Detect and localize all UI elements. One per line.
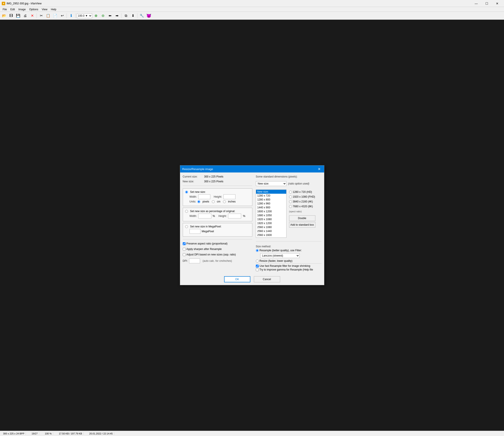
move-button[interactable]: ⬇	[130, 13, 136, 19]
listbox-item-1680x1050[interactable]: 1680 x 1050	[256, 213, 286, 217]
gamma-checkbox[interactable]	[256, 268, 259, 271]
height-input[interactable]: 225	[224, 194, 235, 199]
copy2-button[interactable]: ⧉	[123, 13, 129, 19]
ok-button[interactable]: OK	[224, 276, 250, 282]
set-megapixel-section: Set new size in MegaPixel: 4.00 MegaPixe…	[183, 223, 252, 236]
unit-inches-label: inches	[228, 200, 236, 203]
resample-radio[interactable]	[256, 249, 259, 252]
prev-image-button[interactable]: ⬅	[107, 13, 113, 19]
megapixel-input[interactable]: 4.00	[189, 229, 200, 234]
set-new-size-radio[interactable]	[185, 191, 188, 193]
minimize-button[interactable]: —	[471, 0, 481, 7]
delete-button[interactable]: ✕	[29, 13, 36, 19]
cancel-button[interactable]: Cancel	[254, 276, 280, 282]
zoom-out-button[interactable]: ⊖	[99, 13, 106, 19]
menu-help[interactable]: Help	[49, 8, 58, 11]
add-to-standard-button[interactable]: Add to standard box	[289, 222, 315, 228]
units-row: Units: pixels cm inches	[189, 200, 250, 203]
fhd-radio[interactable]	[289, 195, 292, 198]
listbox-item-1440x900[interactable]: 1440 x 900	[256, 206, 286, 209]
pct-width-label: Width:	[189, 215, 197, 218]
set-percentage-radio[interactable]	[185, 210, 188, 213]
fhd-label: 1920 x 1080 (FHD)	[293, 195, 315, 198]
resample-label: Resample (better quality), use Filter:	[260, 249, 302, 252]
menu-view[interactable]: View	[40, 8, 49, 11]
filmstrip-button[interactable]: 🎞	[8, 13, 14, 19]
height-label: Height:	[214, 195, 222, 198]
set-percentage-radio-row: Set new size as percentage of original:	[185, 210, 250, 213]
undo-button[interactable]: ↩	[59, 13, 65, 19]
new-size-label: New size:	[183, 180, 202, 183]
listbox-item-1600x1200[interactable]: 1600 x 1200	[256, 209, 286, 213]
aspect-ratio-note: (spect ratio)	[289, 210, 315, 213]
set-megapixel-radio[interactable]	[185, 225, 188, 228]
dpi-input[interactable]: 72	[189, 258, 200, 263]
4k-radio[interactable]	[289, 200, 292, 203]
menu-image[interactable]: Image	[17, 8, 27, 11]
menu-edit[interactable]: Edit	[9, 8, 17, 11]
width-height-row: Width: 300 Height: 225	[189, 194, 250, 199]
unit-pixels-radio[interactable]	[198, 200, 200, 203]
settings-button[interactable]: 🔧	[139, 13, 145, 19]
dpi-note: (auto calc. for cm/inches)	[203, 259, 232, 263]
hd-radio[interactable]	[289, 191, 292, 193]
open-button[interactable]: 📂	[1, 13, 8, 19]
pct-width-input[interactable]: 100.00	[198, 214, 211, 218]
listbox-item-newsize[interactable]: New size:	[256, 190, 286, 194]
menu-file[interactable]: File	[1, 8, 9, 11]
print-button[interactable]: 🖨	[22, 13, 28, 19]
paste-button[interactable]: 📄	[52, 13, 58, 19]
close-button[interactable]: ✕	[492, 0, 502, 7]
dialog-footer: OK Cancel	[180, 274, 324, 285]
dim-dropdown[interactable]: New size: 1280 x 720 1280 x 800 1280 x 9…	[256, 181, 287, 186]
8k-radio[interactable]	[289, 205, 292, 208]
adjust-dpi-checkbox[interactable]	[183, 253, 186, 256]
pct-width-symbol: %	[213, 215, 215, 218]
unit-inches-radio[interactable]	[223, 200, 226, 203]
status-frame: 19/27	[30, 432, 39, 435]
dialog-close-button[interactable]: ✕	[317, 166, 322, 172]
width-input[interactable]: 300	[198, 194, 210, 199]
info-button[interactable]: ℹ	[68, 13, 74, 19]
filter-select[interactable]: Lanczos (slowest) Mitchell Catmull-Rom B…	[260, 253, 300, 258]
double-button[interactable]: Double	[289, 215, 315, 221]
apply-sharpen-checkbox[interactable]	[183, 248, 186, 251]
resize-radio[interactable]	[256, 260, 259, 263]
std-dim-title: Some standard dimensions (pixels):	[256, 175, 322, 178]
listbox-item-2560x1080[interactable]: 2560 x 1080	[256, 225, 286, 229]
listbox-item-1920x1080[interactable]: 1920 x 1080	[256, 217, 286, 221]
listbox-item-1280x720[interactable]: 1280 x 720	[256, 194, 286, 198]
pct-height-input[interactable]: 100.00	[228, 214, 241, 218]
next-image-button[interactable]: ➡	[114, 13, 120, 19]
listbox-item-1920x1200[interactable]: 1920 x 1200	[256, 221, 286, 225]
dpi-label: DPI:	[183, 259, 188, 263]
dim-listbox[interactable]: New size: 1280 x 720 1280 x 800 1280 x 9…	[256, 190, 287, 238]
window-title: IMG_2952-300.jpg - IrfanView	[7, 2, 471, 5]
maximize-button[interactable]: ☐	[482, 0, 492, 7]
zoom-select[interactable]: 100.0 ▼	[77, 13, 92, 18]
preserve-aspect-checkbox[interactable]	[183, 242, 186, 245]
copy-button[interactable]: 📋	[45, 13, 51, 19]
dialog-left-panel: Current size: 300 x 225 Pixels New size:…	[183, 175, 252, 272]
save-button[interactable]: 💾	[15, 13, 21, 19]
set-new-size-label: Set new size:	[190, 191, 206, 193]
cut-button[interactable]: ✂	[38, 13, 45, 19]
listbox-item-2560x1440[interactable]: 2560 x 1440	[256, 229, 286, 233]
fast-resample-row: Use fast Resample filter for image shrin…	[256, 264, 322, 267]
hd-radio-row: 1280 x 720 (HD)	[289, 191, 315, 193]
unit-cm-radio[interactable]	[212, 200, 215, 203]
set-megapixel-label: Set new size in MegaPixel:	[190, 225, 221, 228]
irfan-button[interactable]: 😈	[145, 13, 152, 19]
new-size-value: 300 x 225 Pixels	[204, 180, 224, 183]
apply-sharpen-label: Apply sharpen after Resample	[187, 247, 222, 251]
fast-resample-checkbox[interactable]	[256, 265, 259, 267]
menu-options[interactable]: Options	[27, 8, 40, 11]
listbox-item-1280x960[interactable]: 1280 x 960	[256, 202, 286, 206]
listbox-item-2560x1600[interactable]: 2560 x 1600	[256, 233, 286, 237]
new-size-row: New size: 300 x 225 Pixels	[183, 180, 252, 183]
fast-resample-label: Use fast Resample filter for image shrin…	[260, 264, 310, 267]
zoom-in-button[interactable]: ⊕	[93, 13, 99, 19]
app-icon: ★	[2, 2, 5, 5]
listbox-item-1280x800[interactable]: 1280 x 800	[256, 198, 286, 202]
status-dimensions: 300 x 225 x 24 BPP	[2, 432, 26, 435]
